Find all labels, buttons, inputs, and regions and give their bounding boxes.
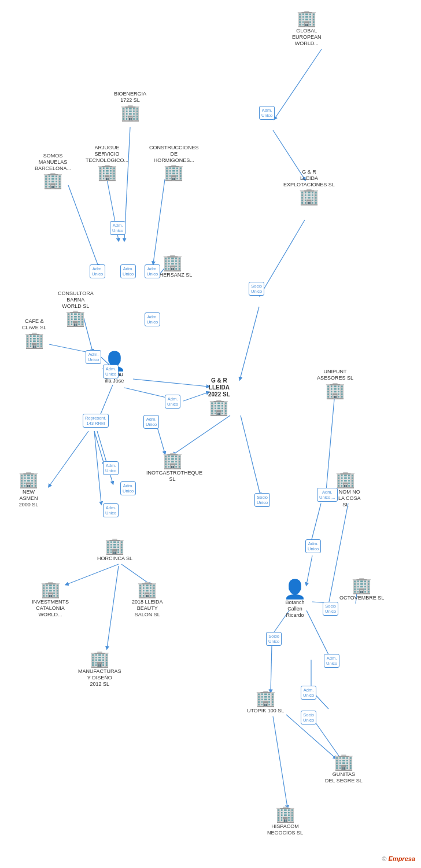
badge-adm-unico-9[interactable]: Adm.Unico: [165, 395, 180, 409]
label-utopik: UTOPIK 100 SL: [247, 708, 284, 714]
label-octovembre: OCTOVEMBRE SL: [339, 595, 384, 601]
badge-socio-unico-3[interactable]: SocioUnico: [323, 602, 338, 616]
svg-line-39: [273, 716, 287, 807]
building-icon-2018-beauty: 🏢: [137, 582, 157, 598]
svg-line-4: [260, 220, 305, 295]
node-investments[interactable]: 🏢 INVESTMENTSCATALONIAWORLD...: [32, 582, 69, 617]
svg-line-29: [306, 556, 312, 584]
node-manufacturas[interactable]: 🏢 MANUFACTURASY DISEÑO2012 SL: [78, 651, 121, 687]
node-horcinca[interactable]: 🏢 HORCINCA SL: [97, 538, 132, 562]
badge-adm-unico-4[interactable]: Adm.Unico: [120, 264, 136, 278]
svg-line-34: [306, 610, 330, 657]
label-botanch: BotanchCallenRicardo: [285, 599, 304, 618]
node-gunitas[interactable]: 🏢 GUNITASDEL SEGRE SL: [325, 754, 363, 784]
building-icon-cafe-clave: 🏢: [24, 332, 45, 348]
badge-adm-unico-3[interactable]: Adm.Unico: [90, 264, 105, 278]
label-arjugue: ARJUGUESERVICIOTECNOLOGICO...: [86, 145, 128, 163]
building-icon-el-nom: 🏢: [335, 472, 356, 488]
svg-line-42: [241, 415, 260, 495]
label-hispacom: HISPACOMNEGOCIOS SL: [267, 823, 303, 836]
svg-line-14: [133, 379, 208, 387]
badge-adm-unico-15[interactable]: Adm.Unico: [324, 654, 339, 668]
node-bioenergia[interactable]: BIOENERGIA1722 SL 🏢: [114, 90, 146, 121]
badge-socio-unico-5[interactable]: SocioUnico: [301, 711, 316, 724]
svg-line-5: [240, 307, 259, 379]
label-horcinca: HORCINCA SL: [97, 556, 132, 562]
badge-adm-unico-11[interactable]: Adm.Unico: [103, 461, 119, 475]
building-icon-somos: 🏢: [43, 172, 63, 189]
label-manufacturas: MANUFACTURASY DISEÑO2012 SL: [78, 668, 121, 687]
node-new-asmen[interactable]: 🏢 NEWASMEN2000 SL: [19, 472, 39, 507]
badge-socio-unico-4[interactable]: SocioUnico: [266, 632, 282, 646]
badge-adm-unico-2[interactable]: Adm.Unico: [110, 221, 125, 235]
badge-adm-unico-unipunt[interactable]: Adm.Unico,...: [317, 488, 338, 502]
copyright: © Empresa: [382, 855, 415, 862]
building-icon-utopik: 🏢: [256, 690, 276, 707]
label-2018-beauty: 2018 LLEIDABEAUTYSALON SL: [132, 599, 163, 617]
svg-line-33: [271, 645, 272, 692]
svg-line-18: [97, 431, 113, 483]
building-icon-bioenergia: 🏢: [120, 105, 141, 121]
building-icon-horcinca: 🏢: [105, 538, 125, 554]
svg-line-25: [107, 566, 119, 648]
building-icon-gunitas: 🏢: [334, 754, 354, 770]
building-icon-hispacom: 🏢: [275, 806, 296, 822]
badge-socio-unico-2[interactable]: SocioUnico: [254, 493, 270, 507]
building-icon-manufacturas: 🏢: [90, 651, 110, 667]
building-icon-investments: 🏢: [40, 582, 61, 598]
svg-line-8: [153, 179, 165, 263]
copyright-brand: Empresa: [389, 855, 415, 862]
node-gr-explot[interactable]: G & RLLEIDAEXPLOTACIONES SL 🏢: [283, 168, 335, 205]
badge-adm-unico-12[interactable]: Adm.Unico: [120, 481, 136, 495]
label-bioenergia: BIOENERGIA1722 SL: [114, 91, 146, 104]
badge-adm-unico-10[interactable]: Adm.Unico: [143, 415, 159, 429]
badge-adm-unico-6[interactable]: Adm.Unico: [145, 312, 160, 326]
label-unipunt: UNIPUNTASESORES SL: [317, 369, 353, 381]
node-utopik[interactable]: 🏢 UTOPIK 100 SL: [247, 690, 284, 714]
label-consultora: CONSULTORABARNAWORLD SL: [58, 290, 94, 309]
node-inotgastro[interactable]: 🏢 INOTGASTROTHEQUESL: [146, 453, 198, 483]
svg-line-2: [275, 49, 322, 119]
badge-adm-unico-16[interactable]: Adm.Unico: [301, 686, 316, 700]
node-cafe-clave[interactable]: CAFE &CLAVE SL 🏢: [22, 317, 46, 348]
node-global-european[interactable]: 🏢 GLOBAL EUROPEAN WORLD...: [292, 10, 322, 46]
label-gunitas: GUNITASDEL SEGRE SL: [325, 771, 363, 784]
label-global: GLOBAL EUROPEAN WORLD...: [292, 28, 322, 46]
node-botanch[interactable]: 👤 BotanchCallenRicardo: [283, 580, 306, 618]
badge-adm-unico-1[interactable]: Adm.Unico: [259, 106, 275, 120]
building-icon-tahersanz: 🏢: [163, 255, 183, 271]
svg-line-23: [67, 564, 119, 584]
svg-line-40: [173, 415, 230, 454]
node-gr-2022[interactable]: G & RLLEIDA2022 SL 🏢: [208, 376, 230, 415]
node-consultora[interactable]: CONSULTORABARNAWORLD SL 🏢: [58, 289, 94, 326]
label-new-asmen: NEWASMEN2000 SL: [19, 489, 39, 507]
badge-adm-unico-14[interactable]: Adm.Unico: [305, 539, 321, 553]
building-icon-new-asmen: 🏢: [19, 472, 39, 488]
building-icon-global: 🏢: [297, 10, 317, 27]
building-icon-gr-2022: 🏢: [209, 399, 229, 415]
node-construcciones[interactable]: CONSTRUCCIONESDEHORMIGONES... 🏢: [149, 144, 199, 181]
node-unipunt[interactable]: UNIPUNTASESORES SL 🏢: [317, 367, 353, 399]
building-icon-octovembre: 🏢: [352, 578, 372, 594]
building-icon-consultora: 🏢: [65, 310, 86, 326]
badge-adm-unico-5[interactable]: Adm.Unico: [145, 264, 160, 278]
badge-adm-unico-8[interactable]: Adm.Unico: [103, 365, 119, 378]
building-icon-inotgastro: 🏢: [163, 453, 183, 469]
svg-line-9: [68, 185, 98, 266]
label-investments: INVESTMENTSCATALONIAWORLD...: [32, 599, 69, 617]
badge-adm-unico-13[interactable]: Adm.Unico: [103, 503, 119, 517]
node-hispacom[interactable]: 🏢 HISPACOMNEGOCIOS SL: [267, 806, 303, 836]
svg-line-27: [311, 503, 321, 542]
label-gr-explot: G & RLLEIDAEXPLOTACIONES SL: [283, 169, 335, 187]
badge-socio-unico-1[interactable]: SocioUnico: [249, 282, 264, 296]
node-octovembre[interactable]: 🏢 OCTOVEMBRE SL: [339, 578, 384, 601]
label-cafe-clave: CAFE &CLAVE SL: [22, 318, 46, 331]
node-somos[interactable]: SOMOSMANUELASBARCELONA... 🏢: [35, 152, 71, 189]
node-arjugue[interactable]: ARJUGUESERVICIOTECNOLOGICO... 🏢: [86, 144, 128, 181]
node-2018-beauty[interactable]: 🏢 2018 LLEIDABEAUTYSALON SL: [132, 582, 163, 617]
badge-adm-unico-7[interactable]: Adm.Unico: [86, 350, 101, 364]
badge-represent[interactable]: Represent.143 RRM: [83, 414, 109, 428]
svg-line-16: [49, 431, 88, 486]
label-somos: SOMOSMANUELASBARCELONA...: [35, 153, 71, 171]
label-inotgastro: INOTGASTROTHEQUESL: [146, 470, 198, 483]
